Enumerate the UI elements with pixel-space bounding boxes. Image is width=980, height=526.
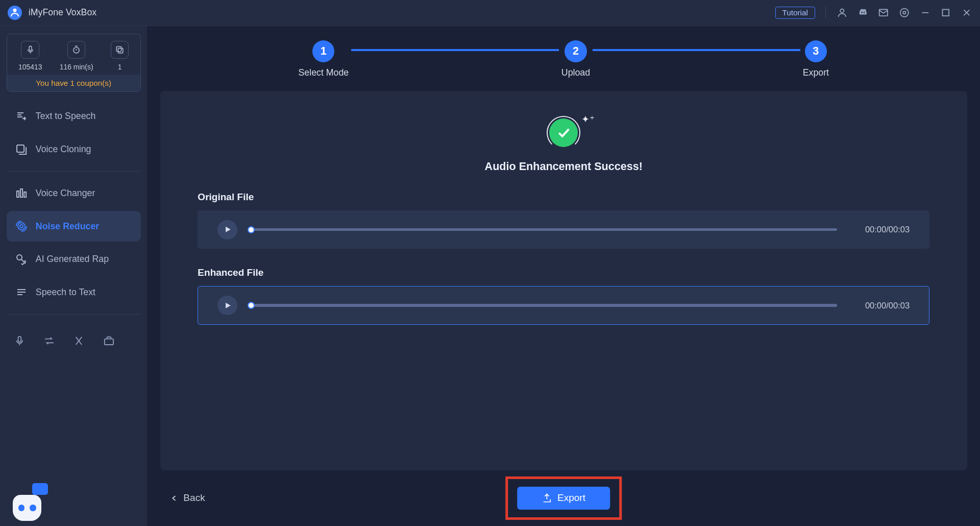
sidebar-item-label: Text to Speech [36, 111, 96, 122]
edit-icon[interactable] [72, 334, 85, 347]
step-number: 2 [565, 40, 586, 62]
chars-value: 105413 [18, 63, 42, 71]
svg-point-0 [13, 9, 17, 12]
enhanced-track[interactable] [251, 304, 837, 306]
chatbot-widget[interactable] [9, 485, 47, 521]
success-title: Audio Enhancement Success! [198, 160, 929, 173]
result-panel: ✦⁺ Audio Enhancement Success! Original F… [160, 91, 967, 470]
sidebar-item-label: Voice Cloning [36, 144, 91, 155]
svg-point-19 [17, 255, 22, 260]
svg-point-3 [903, 11, 905, 14]
original-player: 00:00/00:03 [198, 210, 929, 249]
svg-rect-12 [118, 48, 123, 53]
play-original-button[interactable] [217, 220, 237, 240]
play-enhanced-button[interactable] [217, 296, 237, 315]
app-logo-icon [8, 6, 22, 20]
step-number: 1 [312, 40, 334, 62]
sidebar-item-label: AI Generated Rap [36, 254, 109, 265]
sidebar-item-ai-rap[interactable]: AI Generated Rap [7, 244, 141, 275]
svg-rect-20 [18, 336, 21, 341]
sidebar-item-voice-changer[interactable]: Voice Changer [7, 178, 141, 209]
conversions-icon [111, 41, 129, 59]
track-knob[interactable] [248, 302, 255, 309]
step-connector [593, 49, 800, 51]
close-icon[interactable] [961, 7, 972, 18]
step-select-mode: 1 Select Mode [298, 40, 349, 78]
svg-point-17 [20, 225, 23, 228]
minutes-value: 116 min(s) [60, 63, 93, 71]
back-label: Back [183, 492, 205, 504]
enhanced-player: 00:00/00:03 [198, 286, 929, 325]
sidebar-item-label: Speech to Text [36, 287, 95, 298]
maximize-icon[interactable] [940, 7, 952, 18]
step-label: Upload [561, 67, 590, 78]
export-label: Export [557, 492, 585, 504]
svg-point-1 [840, 9, 844, 13]
back-button[interactable]: Back [164, 489, 211, 508]
conversions-value: 1 [118, 63, 122, 71]
export-highlight: Export [505, 476, 622, 520]
tutorial-button[interactable]: Tutorial [775, 7, 815, 19]
success-ring [547, 116, 580, 150]
sidebar-item-text-to-speech[interactable]: Text to Speech [7, 101, 141, 131]
original-track[interactable] [251, 228, 837, 231]
nav-separator [7, 314, 141, 315]
svg-point-4 [900, 9, 909, 17]
svg-point-18 [18, 223, 25, 230]
footer: Back Export [160, 470, 967, 526]
svg-rect-11 [116, 46, 121, 52]
stepper: 1 Select Mode 2 Upload 3 Export [160, 40, 967, 78]
sidebar: 105413 116 min(s) 1 You have 1 coupon(s) [0, 26, 147, 526]
chars-icon [21, 41, 39, 59]
sidebar-item-label: Voice Changer [36, 188, 95, 199]
record-icon[interactable] [13, 334, 26, 347]
app-title: iMyFone VoxBox [29, 7, 96, 18]
export-button[interactable]: Export [517, 487, 610, 510]
minutes-icon [67, 41, 86, 59]
step-label: Select Mode [298, 67, 349, 78]
sidebar-item-speech-to-text[interactable]: Speech to Text [7, 277, 141, 308]
svg-rect-9 [29, 46, 32, 51]
sparkle-icon: ✦⁺ [581, 113, 595, 125]
mail-icon[interactable] [878, 7, 890, 18]
svg-rect-13 [17, 145, 24, 152]
svg-rect-16 [24, 192, 27, 197]
sidebar-item-voice-cloning[interactable]: Voice Cloning [7, 134, 141, 164]
success-check-icon [549, 118, 578, 147]
credits-box[interactable]: 105413 116 min(s) 1 You have 1 coupon(s) [7, 34, 141, 92]
account-icon[interactable] [836, 7, 848, 18]
enhanced-section: Enhanced File 00:00/00:03 [198, 267, 929, 325]
step-number: 3 [805, 40, 827, 62]
track-knob[interactable] [248, 226, 255, 233]
step-connector [351, 49, 558, 51]
svg-rect-6 [943, 10, 949, 16]
coupon-message[interactable]: You have 1 coupon(s) [7, 75, 140, 91]
settings-icon[interactable] [898, 7, 910, 18]
nav-list: Text to Speech Voice Cloning Voice Chang… [7, 101, 141, 318]
svg-rect-14 [17, 191, 19, 197]
step-upload: 2 Upload [561, 40, 590, 78]
export-icon [542, 493, 552, 503]
enhanced-time: 00:00/00:03 [851, 301, 910, 310]
original-section: Original File 00:00/00:03 [198, 192, 929, 249]
minimize-icon[interactable] [919, 7, 931, 18]
enhanced-label: Enhanced File [198, 267, 929, 278]
main-panel: 1 Select Mode 2 Upload 3 Export [147, 26, 980, 526]
divider [825, 7, 826, 18]
discord-icon[interactable] [857, 7, 869, 18]
original-time: 00:00/00:03 [851, 225, 910, 234]
toolbox-icon[interactable] [103, 334, 115, 347]
convert-icon[interactable] [43, 334, 56, 347]
svg-rect-21 [105, 339, 113, 344]
original-label: Original File [198, 192, 929, 203]
svg-rect-15 [21, 189, 23, 197]
chat-bubble-icon [32, 483, 47, 495]
sidebar-item-label: Noise Reducer [36, 221, 99, 232]
titlebar: iMyFone VoxBox Tutorial [0, 0, 980, 26]
nav-separator [7, 171, 141, 172]
bottom-toolbar [7, 328, 141, 347]
bot-face-icon [13, 495, 41, 521]
step-export: 3 Export [803, 40, 829, 78]
sidebar-item-noise-reducer[interactable]: Noise Reducer [7, 211, 141, 242]
step-label: Export [803, 67, 829, 78]
